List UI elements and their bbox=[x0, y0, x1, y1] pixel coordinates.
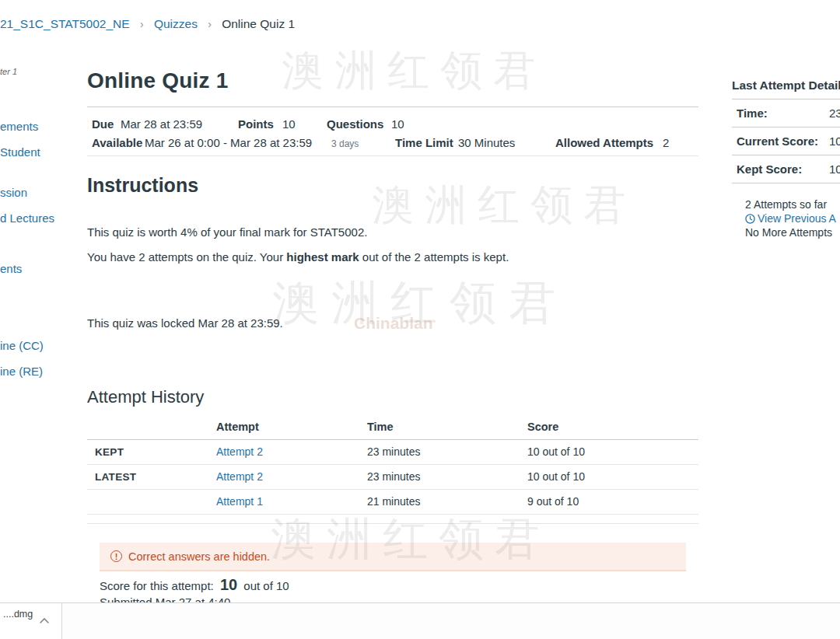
divider bbox=[732, 127, 840, 127]
clock-icon bbox=[745, 214, 755, 224]
current-score-label: Current Score: bbox=[737, 134, 818, 148]
attempt-score-line: Score for this attempt: 10 out of 10 bbox=[100, 576, 289, 594]
breadcrumb: 21_S1C_STAT5002_NE › Quizzes › Online Qu… bbox=[0, 17, 295, 31]
breadcrumb-separator: › bbox=[140, 18, 144, 30]
highlighted-text: highest mark bbox=[286, 250, 359, 264]
column-header-attempt: Attempt bbox=[216, 421, 367, 440]
attempt-history-heading: Attempt History bbox=[87, 387, 204, 407]
available-note: 3 days bbox=[331, 138, 359, 149]
quiz-locked-text: This quiz was locked Mar 28 at 23:59. bbox=[87, 315, 698, 333]
available-label: Available bbox=[92, 136, 142, 149]
allowed-attempts-value: 2 bbox=[663, 136, 669, 149]
breadcrumb-quizzes-link[interactable]: Quizzes bbox=[154, 17, 198, 30]
due-value: Mar 28 at 23:59 bbox=[121, 117, 202, 131]
instructions-paragraph: This quiz is worth 4% of your final mark… bbox=[87, 224, 698, 242]
breadcrumb-course-link[interactable]: 21_S1C_STAT5002_NE bbox=[0, 17, 130, 30]
page-title: Online Quiz 1 bbox=[87, 68, 229, 93]
attempt-tag: LATEST bbox=[87, 465, 216, 490]
paragraph-text: out of the 2 attempts is kept. bbox=[359, 250, 509, 264]
quiz-page: { "breadcrumb": { "separator": "›", "ite… bbox=[0, 0, 840, 639]
breadcrumb-current: Online Quiz 1 bbox=[222, 17, 295, 30]
correct-answers-hidden-alert: ! Correct answers are hidden. bbox=[100, 543, 686, 571]
attempt-history-table: Attempt Time Score KEPT Attempt 2 23 min… bbox=[87, 421, 698, 524]
table-row: Attempt 1 21 minutes 9 out of 10 bbox=[87, 490, 698, 515]
column-header-blank bbox=[87, 421, 216, 440]
breadcrumb-separator: › bbox=[208, 18, 212, 30]
table-row: LATEST Attempt 2 23 minutes 10 out of 10 bbox=[87, 465, 698, 490]
divider bbox=[732, 155, 840, 155]
sidebar-item-cc[interactable]: ine (CC) bbox=[0, 339, 44, 352]
time-limit-label: Time Limit bbox=[395, 136, 453, 149]
attempt-time: 23 minutes bbox=[367, 440, 527, 465]
sidebar-item-assignments[interactable]: ents bbox=[0, 262, 22, 275]
watermark: 澳洲红领君 bbox=[282, 43, 546, 100]
time-row-label: Time: bbox=[737, 106, 768, 120]
current-score-value: 10 bbox=[829, 134, 840, 148]
attempt-tag: KEPT bbox=[87, 440, 216, 465]
attempt-link[interactable]: Attempt 1 bbox=[216, 495, 263, 508]
attempt-link[interactable]: Attempt 2 bbox=[216, 445, 263, 458]
instructions-paragraph: You have 2 attempts on the quiz. Your hi… bbox=[87, 249, 698, 267]
attempt-time: 23 minutes bbox=[367, 465, 527, 490]
table-spacer-row bbox=[87, 515, 698, 524]
due-label: Due bbox=[92, 117, 114, 131]
sidebar-item-announcements[interactable]: ements bbox=[0, 120, 38, 133]
divider bbox=[732, 99, 840, 100]
column-header-score: Score bbox=[527, 421, 698, 440]
download-shelf: ....dmg bbox=[0, 602, 840, 639]
alert-icon: ! bbox=[110, 550, 122, 562]
table-row: KEPT Attempt 2 23 minutes 10 out of 10 bbox=[87, 440, 698, 465]
questions-label: Questions bbox=[327, 117, 383, 131]
download-item[interactable]: ....dmg bbox=[0, 603, 62, 639]
attempt-score: 10 out of 10 bbox=[527, 440, 698, 465]
chevron-up-icon[interactable] bbox=[39, 617, 50, 624]
no-more-attempts-text: No More Attempts bbox=[745, 226, 832, 239]
view-previous-attempts-label: View Previous A bbox=[758, 212, 836, 225]
download-filename: ....dmg bbox=[3, 609, 33, 620]
instructions-heading: Instructions bbox=[87, 174, 198, 197]
available-value: Mar 26 at 0:00 - Mar 28 at 23:59 bbox=[145, 136, 312, 149]
attempt-score: 9 out of 10 bbox=[527, 490, 698, 515]
time-limit-value: 30 Minutes bbox=[458, 136, 515, 149]
attempt-tag bbox=[87, 490, 216, 515]
points-value: 10 bbox=[282, 117, 296, 131]
attempts-so-far-text: 2 Attempts so far bbox=[745, 198, 827, 211]
time-row-value: 23 bbox=[829, 106, 840, 120]
sidebar-item-re[interactable]: ine (RE) bbox=[0, 365, 43, 378]
kept-score-value: 10 bbox=[829, 162, 840, 176]
score-value: 10 bbox=[220, 576, 237, 593]
sidebar-item-lectures[interactable]: d Lectures bbox=[0, 211, 54, 225]
allowed-attempts-label: Allowed Attempts bbox=[555, 136, 653, 149]
alert-text: Correct answers are hidden. bbox=[128, 550, 270, 563]
paragraph-text: You have 2 attempts on the quiz. Your bbox=[87, 250, 286, 264]
score-label: Score for this attempt: bbox=[100, 579, 214, 592]
sidebar-item-student[interactable]: Student bbox=[0, 145, 40, 159]
view-previous-attempts-link[interactable]: View Previous A bbox=[745, 212, 836, 225]
attempt-link[interactable]: Attempt 2 bbox=[216, 470, 263, 483]
questions-value: 10 bbox=[391, 117, 404, 131]
attempt-score: 10 out of 10 bbox=[527, 465, 698, 490]
column-header-time: Time bbox=[367, 421, 527, 440]
attempt-time: 21 minutes bbox=[367, 490, 527, 515]
table-header-row: Attempt Time Score bbox=[87, 421, 698, 440]
kept-score-label: Kept Score: bbox=[737, 162, 802, 176]
divider bbox=[87, 155, 698, 156]
score-suffix: out of 10 bbox=[243, 579, 289, 592]
points-label: Points bbox=[238, 117, 274, 131]
divider bbox=[87, 106, 698, 107]
sidebar-item-discussion[interactable]: ssion bbox=[0, 186, 27, 199]
last-attempt-heading: Last Attempt Detail bbox=[732, 79, 840, 93]
divider bbox=[732, 183, 840, 183]
sidebar-term-label: ter 1 bbox=[0, 67, 17, 76]
